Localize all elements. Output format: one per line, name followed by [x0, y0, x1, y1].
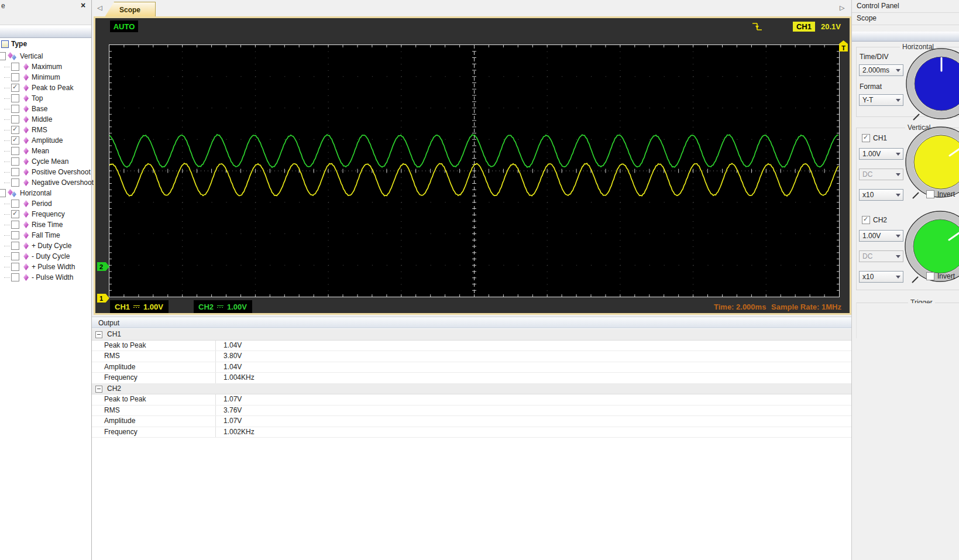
ch1-invert-row[interactable]: Invert	[926, 190, 955, 198]
tab-scroll-right-icon[interactable]: ▷	[840, 4, 844, 12]
tree-item-duty-cycle[interactable]: - Duty Cycle	[0, 251, 70, 262]
tree-item-checkbox[interactable]	[11, 115, 19, 123]
tree-item-maximum[interactable]: Maximum	[0, 61, 62, 72]
tree-group-horizontal[interactable]: Horizontal	[0, 188, 51, 198]
tree-item-amplitude[interactable]: Amplitude	[0, 135, 63, 146]
tree-item-rms[interactable]: RMS	[0, 125, 47, 135]
ch2-volts-select[interactable]: 1.00V	[859, 230, 903, 242]
tree-item-cycle-mean[interactable]: Cycle Mean	[0, 156, 68, 167]
tree-item-checkbox[interactable]	[11, 94, 19, 102]
tree-group-vertical[interactable]: Vertical	[0, 51, 43, 61]
collapse-icon[interactable]	[95, 331, 102, 338]
tree-item-checkbox[interactable]	[11, 263, 19, 271]
tree-item-label: Frequency	[32, 210, 65, 218]
tree-item-label: Top	[32, 94, 43, 102]
sample-rate-readout: Sample Rate: 1MHz	[771, 303, 841, 311]
tree-item-checkbox[interactable]	[11, 157, 19, 166]
output-row-ch2-amplitude: Amplitude1.07V	[92, 415, 851, 427]
measurement-diamond-icon	[23, 126, 29, 133]
ch1-coupling-value: DC	[862, 170, 872, 178]
measurement-diamond-icon	[23, 221, 29, 228]
ch1-probe-value: x10	[862, 191, 874, 199]
tree-item-pulse-width[interactable]: - Pulse Width	[0, 272, 73, 283]
tree-item-checkbox[interactable]	[11, 73, 19, 81]
timediv-select[interactable]: 2.000ms	[859, 64, 903, 76]
format-select[interactable]: Y-T	[859, 94, 903, 106]
ch2-invert-row[interactable]: Invert	[926, 272, 955, 280]
tree-item-checkbox[interactable]	[11, 200, 19, 208]
tree-connector	[4, 140, 10, 141]
tree-item-checkbox[interactable]	[11, 126, 19, 134]
tree-item-label: Amplitude	[32, 136, 63, 145]
tree-item-duty-cycle[interactable]: + Duty Cycle	[0, 241, 71, 251]
ch2-enable-checkbox[interactable]	[862, 216, 870, 224]
tree-item-checkbox[interactable]	[11, 63, 19, 71]
output-row-label: Amplitude	[104, 417, 135, 425]
tree-item-minimum[interactable]: Minimum	[0, 72, 60, 83]
tree-connector	[4, 266, 10, 267]
tree-connector	[4, 129, 10, 130]
tree-item-checkbox[interactable]	[11, 252, 19, 260]
tree-root-type[interactable]: Type	[0, 39, 27, 49]
output-row-value: 3.76V	[224, 406, 242, 414]
scope-toolbar: AUTO CH1 20.1V	[95, 18, 850, 35]
tree-item-checkbox[interactable]	[11, 178, 19, 187]
collapse-icon[interactable]	[95, 386, 102, 393]
tree-item-checkbox[interactable]	[11, 105, 19, 113]
ch1-invert-checkbox[interactable]	[926, 190, 934, 198]
measure-panel-dropdown[interactable]	[0, 12, 91, 25]
control-panel-titlebar: Control Panel	[852, 0, 959, 13]
ch2-enable-row[interactable]: CH2	[862, 216, 887, 224]
trigger-falling-edge-icon	[752, 21, 762, 32]
tree-connector	[4, 98, 10, 99]
tree-item-period[interactable]: Period	[0, 198, 52, 209]
measurement-diamond-icon	[23, 179, 29, 186]
tree-item-pulse-width[interactable]: + Pulse Width	[0, 262, 75, 272]
scope-display: AUTO CH1 20.1V 2 1 T CH1 1.00V CH2 1.00V…	[94, 16, 851, 315]
ch2-coupling-select[interactable]: DC	[859, 250, 903, 262]
tree-item-top[interactable]: Top	[0, 93, 43, 104]
ch1-coupling-select[interactable]: DC	[859, 169, 903, 180]
tree-group-checkbox[interactable]	[0, 189, 6, 197]
tree-item-fall-time[interactable]: Fall Time	[0, 230, 60, 241]
ch1-probe-select[interactable]: x10	[859, 189, 903, 201]
tree-item-checkbox[interactable]	[11, 221, 19, 229]
control-panel-title: Control Panel	[857, 2, 899, 10]
output-row-ch1-amplitude: Amplitude1.04V	[92, 362, 851, 373]
tree-item-checkbox[interactable]	[11, 136, 19, 145]
tree-item-mean[interactable]: Mean	[0, 146, 49, 156]
measurement-diamond-icon	[23, 169, 29, 176]
tab-scope[interactable]: Scope	[105, 2, 156, 17]
ch1-volts-select[interactable]: 1.00V	[859, 148, 903, 160]
measurement-diamond-icon	[23, 263, 29, 270]
ch1-enable-row[interactable]: CH1	[862, 134, 887, 142]
tree-group-checkbox[interactable]	[0, 52, 6, 60]
tree-item-rise-time[interactable]: Rise Time	[0, 219, 63, 230]
tree-item-checkbox[interactable]	[11, 168, 19, 176]
tree-item-checkbox[interactable]	[11, 147, 19, 155]
timebase-knob[interactable]	[902, 44, 959, 123]
tree-item-checkbox[interactable]	[11, 84, 19, 92]
ch1-enable-checkbox[interactable]	[862, 134, 870, 142]
tree-item-base[interactable]: Base	[0, 104, 47, 114]
trigger-position-marker[interactable]: T	[839, 40, 848, 51]
tab-scroll-left-icon[interactable]: ◁	[97, 4, 102, 12]
tree-item-checkbox[interactable]	[11, 231, 19, 239]
ch2-invert-checkbox[interactable]	[926, 272, 934, 280]
ch2-ground-marker[interactable]: 2	[97, 262, 109, 271]
tree-item-frequency[interactable]: Frequency	[0, 209, 65, 219]
tree-item-middle[interactable]: Middle	[0, 114, 52, 125]
tree-item-checkbox[interactable]	[11, 242, 19, 250]
measurement-diamond-icon	[23, 200, 29, 207]
output-group-name: CH2	[107, 384, 121, 393]
tree-item-peak-to-peak[interactable]: Peak to Peak	[0, 83, 73, 93]
tree-connector	[4, 66, 10, 67]
output-row-label: Peak to Peak	[104, 341, 146, 349]
tree-item-negative-overshoot[interactable]: Negative Overshoot	[0, 177, 94, 188]
close-icon[interactable]: ×	[81, 1, 85, 10]
tree-item-positive-overshoot[interactable]: Positive Overshoot	[0, 167, 91, 177]
tree-item-checkbox[interactable]	[11, 210, 19, 218]
output-title: Output	[98, 319, 119, 327]
tree-item-checkbox[interactable]	[11, 273, 19, 281]
ch2-probe-select[interactable]: x10	[859, 271, 903, 283]
